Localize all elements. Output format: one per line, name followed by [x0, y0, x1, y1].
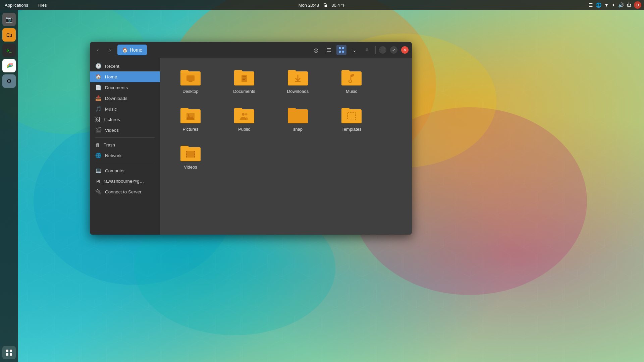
sidebar-item-computer[interactable]: 💻 Computer [90, 165, 160, 176]
file-label-templates: Templates [341, 127, 361, 132]
svg-rect-17 [339, 51, 341, 53]
svg-rect-18 [342, 51, 344, 53]
file-item-music[interactable]: Music [328, 65, 375, 97]
sidebar-item-connect[interactable]: 🔌 Connect to Server [90, 186, 160, 197]
notepad-tray-icon[interactable]: ☰ [589, 2, 593, 8]
svg-rect-38 [194, 154, 195, 155]
list-view-btn[interactable]: ☰ [324, 45, 334, 55]
taskbar-right: ☰ 🌐 ▼ ✦ 🔊 ⏻ U [589, 1, 641, 9]
svg-rect-39 [194, 156, 195, 158]
file-manager-window: ‹ › 🏠 Home ◎ ☰ ⌄ ≡ — ⤢ ✕ 🕐 Rece [90, 42, 412, 235]
sidebar-item-network[interactable]: 🌐 Network [90, 150, 160, 161]
file-label-downloads: Downloads [287, 89, 309, 94]
svg-rect-33 [186, 151, 195, 158]
applications-menu[interactable]: Applications [3, 2, 30, 8]
sidebar: 🕐 Recent 🏠 Home 📄 Documents 📥 Downloads … [90, 58, 160, 235]
dock-terminal[interactable]: >_ [2, 44, 16, 57]
account-icon: 🖥 [95, 178, 100, 184]
file-label-desktop: Desktop [182, 89, 199, 94]
sidebar-label-recent: Recent [105, 64, 119, 69]
sidebar-label-downloads: Downloads [105, 96, 127, 101]
recent-icon: 🕐 [95, 63, 102, 69]
dock-settings[interactable]: ⚙ [2, 74, 16, 88]
sidebar-label-account: rawashbourne@g… [104, 179, 144, 184]
sidebar-item-recent[interactable]: 🕐 Recent [90, 61, 160, 71]
svg-rect-37 [194, 151, 195, 152]
home-button[interactable]: 🏠 Home [117, 45, 147, 55]
wifi-icon[interactable]: ▼ [604, 2, 609, 8]
home-icon: 🏠 [122, 47, 128, 53]
power-icon[interactable]: ⏻ [627, 2, 631, 8]
trash-icon: 🗑 [95, 142, 100, 148]
maximize-button[interactable]: ⤢ [390, 46, 397, 54]
weather-temp: 80.4 °F [331, 3, 345, 8]
grid-view-btn[interactable] [336, 45, 346, 55]
files-menu[interactable]: Files [36, 2, 49, 8]
file-item-desktop[interactable]: Desktop [167, 65, 214, 97]
menu-btn[interactable]: ≡ [362, 45, 372, 55]
dock-files[interactable]: 🗂 [2, 28, 16, 42]
bluetooth-icon[interactable]: ✦ [611, 2, 615, 8]
sidebar-item-pictures[interactable]: 🖼 Pictures [90, 114, 160, 125]
network-icon: 🌐 [95, 153, 102, 159]
minimize-button[interactable]: — [379, 46, 386, 54]
weather-icon: 🌤 [323, 3, 327, 8]
taskbar-center: Mon 20:48 🌤 80.4 °F [299, 3, 346, 8]
sidebar-item-videos[interactable]: 🎬 Videos [90, 125, 160, 135]
sidebar-item-account[interactable]: 🖥 rawashbourne@g… [90, 176, 160, 186]
sidebar-label-videos: Videos [105, 128, 119, 133]
svg-rect-11 [6, 350, 8, 352]
taskbar: Applications Files Mon 20:48 🌤 80.4 °F ☰… [0, 0, 644, 10]
sidebar-label-computer: Computer [105, 168, 125, 173]
file-item-pictures[interactable]: Pictures [167, 103, 214, 135]
sidebar-label-home: Home [105, 74, 117, 79]
sidebar-item-documents[interactable]: 📄 Documents [90, 82, 160, 93]
sidebar-item-home[interactable]: 🏠 Home [90, 71, 160, 82]
sidebar-label-network: Network [105, 153, 122, 158]
sidebar-sep-2 [95, 163, 155, 163]
computer-icon: 💻 [95, 168, 102, 174]
sidebar-item-music[interactable]: 🎵 Music [90, 104, 160, 114]
svg-point-30 [242, 113, 245, 116]
file-item-documents[interactable]: Documents [221, 65, 268, 97]
volume-icon[interactable]: 🔊 [618, 2, 624, 8]
file-item-snap[interactable]: snap [274, 103, 321, 135]
back-button[interactable]: ‹ [93, 45, 103, 55]
main-area: Desktop Documents [160, 58, 412, 235]
user-avatar[interactable]: U [634, 1, 641, 9]
file-item-videos[interactable]: Videos [167, 140, 214, 173]
svg-rect-16 [342, 47, 344, 49]
file-item-public[interactable]: Public [221, 103, 268, 135]
forward-button[interactable]: › [105, 45, 115, 55]
videos-icon: 🎬 [95, 127, 102, 133]
dock-screenshot[interactable]: 📷 [2, 13, 16, 26]
sort-btn[interactable]: ⌄ [349, 45, 359, 55]
dock-chrome[interactable] [2, 59, 16, 72]
svg-rect-19 [186, 75, 195, 81]
file-label-documents: Documents [233, 89, 255, 94]
sidebar-item-trash[interactable]: 🗑 Trash [90, 140, 160, 150]
file-label-snap: snap [293, 127, 303, 132]
sidebar-item-downloads[interactable]: 📥 Downloads [90, 93, 160, 104]
browser-tray-icon[interactable]: 🌐 [596, 2, 601, 8]
file-label-public: Public [238, 127, 250, 132]
svg-rect-22 [241, 75, 247, 82]
sidebar-label-connect: Connect to Server [105, 189, 142, 194]
file-label-pictures: Pictures [183, 127, 199, 132]
svg-rect-14 [10, 353, 12, 356]
dock: 📷 🗂 >_ ⚙ [0, 10, 18, 362]
files-grid: Desktop Documents [167, 65, 405, 173]
dock-apps-grid[interactable] [2, 346, 16, 359]
svg-rect-12 [10, 350, 12, 352]
clock: Mon 20:48 [299, 3, 319, 8]
pictures-icon: 🖼 [95, 117, 100, 122]
svg-point-31 [245, 113, 248, 116]
location-toggle[interactable]: ◎ [311, 45, 321, 55]
file-item-downloads[interactable]: Downloads [274, 65, 321, 97]
file-item-templates[interactable]: Templates [328, 103, 375, 135]
close-button[interactable]: ✕ [401, 46, 409, 54]
file-label-music: Music [346, 89, 357, 94]
sidebar-sep-1 [95, 137, 155, 138]
home-sidebar-icon: 🏠 [95, 74, 102, 80]
content-area: 🕐 Recent 🏠 Home 📄 Documents 📥 Downloads … [90, 58, 412, 235]
